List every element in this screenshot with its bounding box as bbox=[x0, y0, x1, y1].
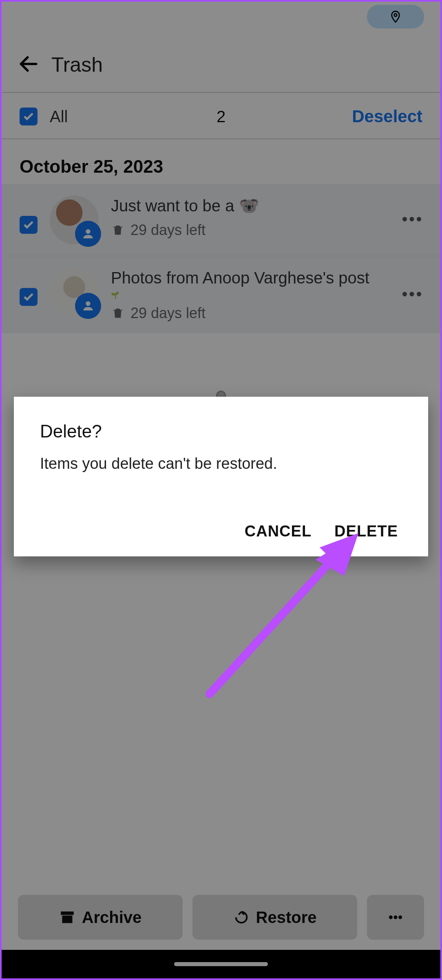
delete-button[interactable]: DELETE bbox=[334, 523, 398, 540]
dialog-message: Items you delete can't be restored. bbox=[40, 454, 402, 474]
dialog-title: Delete? bbox=[40, 421, 402, 442]
delete-confirm-dialog: Delete? Items you delete can't be restor… bbox=[14, 397, 428, 556]
cancel-button[interactable]: CANCEL bbox=[245, 523, 312, 540]
dialog-actions: CANCEL DELETE bbox=[40, 523, 398, 540]
